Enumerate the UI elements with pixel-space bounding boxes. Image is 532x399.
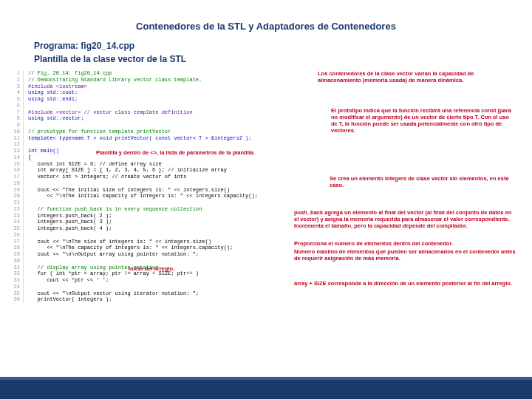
line-number: 18 bbox=[7, 180, 24, 187]
line-number: 17 bbox=[7, 174, 24, 180]
code-text: << "\nThe capacity of integers is: " << … bbox=[28, 245, 233, 251]
code-line: 36 printVector( integers ); bbox=[0, 296, 532, 303]
line-number: 7 bbox=[7, 109, 24, 116]
code-text: // prototype for function template print… bbox=[28, 129, 171, 135]
code-line: 11template< typename T > void printVecto… bbox=[0, 135, 532, 142]
line-number: 23 bbox=[7, 213, 24, 219]
code-text: cout << *ptr << ' '; bbox=[28, 277, 109, 284]
code-line: 3#include <iostream> bbox=[0, 83, 532, 90]
code-line: 16 int array[ SIZE ] = { 1, 2, 3, 4, 5, … bbox=[0, 167, 532, 174]
code-text: cout << "\nThe size of integers is: " <<… bbox=[28, 239, 211, 245]
code-text: using std::vector; bbox=[28, 115, 84, 122]
code-text: vector< int > integers; // create vector… bbox=[28, 174, 186, 180]
line-number: 21 bbox=[7, 200, 24, 206]
code-text: using std::cout; bbox=[28, 89, 78, 96]
code-text: #include <iostream> bbox=[28, 83, 87, 90]
line-number: 1 bbox=[7, 70, 24, 77]
line-number: 19 bbox=[7, 187, 24, 194]
code-line: 31 // display array using pointer notati… bbox=[0, 265, 532, 271]
code-text: // Demonstrating Standard Library vector… bbox=[28, 77, 202, 83]
annotation-array-start: Inicio del arreglo. bbox=[129, 265, 217, 272]
code-text: int array[ SIZE ] = { 1, 2, 3, 4, 5, 6 }… bbox=[28, 167, 227, 174]
code-line: 20 << "\nThe initial capacity of integer… bbox=[0, 193, 532, 200]
code-block: 1// Fig. 20.14: fig20_14.cpp2// Demonstr… bbox=[0, 66, 532, 303]
code-text: #include <vector> // vector class templa… bbox=[28, 109, 193, 116]
line-number: 25 bbox=[7, 225, 24, 232]
code-text: cout << "\nOutput vector using iterator … bbox=[28, 290, 199, 297]
line-number: 4 bbox=[7, 89, 24, 96]
line-number: 26 bbox=[7, 232, 24, 239]
line-number: 22 bbox=[7, 206, 24, 213]
page-title: Contenedores de la STL y Adaptadores de … bbox=[0, 0, 532, 39]
code-text: integers.push_back( 2 ); bbox=[28, 213, 112, 219]
code-line: 21 bbox=[0, 200, 532, 206]
code-line: 32 for ( int *ptr = array; ptr != array … bbox=[0, 270, 532, 277]
line-number: 32 bbox=[7, 270, 24, 277]
code-text: << "\nThe initial capacity of integers i… bbox=[28, 193, 258, 200]
footer-bar bbox=[0, 380, 532, 399]
code-line: 35 cout << "\nOutput vector using iterat… bbox=[0, 290, 532, 297]
line-number: 36 bbox=[7, 296, 24, 303]
code-text: cout << "\n\nOutput array using pointer … bbox=[28, 251, 199, 258]
code-text: const int SIZE = 6; // define array size bbox=[28, 161, 162, 168]
code-text: template< typename T > void printVector(… bbox=[28, 135, 251, 142]
code-text: int main() bbox=[28, 148, 59, 154]
line-number: 34 bbox=[7, 284, 24, 290]
annotation-capacity: Número máximo de elementos que pueden se… bbox=[294, 248, 516, 262]
line-number: 31 bbox=[7, 265, 24, 271]
line-number: 33 bbox=[7, 277, 24, 284]
line-number: 16 bbox=[7, 167, 24, 174]
line-number: 13 bbox=[7, 148, 24, 154]
annotation-array-end: array + SIZE corresponde a la dirección … bbox=[294, 280, 516, 287]
code-text: // function push_back is in every sequen… bbox=[28, 206, 202, 213]
line-number: 14 bbox=[7, 154, 24, 161]
line-number: 12 bbox=[7, 141, 24, 148]
code-line: 15 const int SIZE = 6; // define array s… bbox=[0, 161, 532, 168]
program-desc: Plantilla de la clase vector de la STL bbox=[0, 52, 532, 66]
line-number: 8 bbox=[7, 115, 24, 122]
code-text: { bbox=[28, 154, 31, 161]
code-text: cout << "The initial size of integers is… bbox=[28, 187, 230, 194]
line-number: 30 bbox=[7, 258, 24, 265]
annotation-integers-empty: Se crea un elemento integers de clase ve… bbox=[330, 175, 514, 188]
line-number: 2 bbox=[7, 77, 24, 83]
line-number: 6 bbox=[7, 103, 24, 109]
annotation-pushback: push_back agrega un elemento al final de… bbox=[294, 209, 516, 229]
code-text: integers.push_back( 3 ); bbox=[28, 219, 112, 225]
line-number: 35 bbox=[7, 290, 24, 297]
line-number: 29 bbox=[7, 251, 24, 258]
code-text: // Fig. 20.14: fig20_14.cpp bbox=[28, 70, 112, 77]
annotation-prototype: El prototipo indica que la función recib… bbox=[331, 107, 516, 134]
line-number: 11 bbox=[7, 135, 24, 142]
program-name: Programa: fig20_14.cpp bbox=[0, 39, 532, 52]
code-line: 5using std::endl; bbox=[0, 96, 532, 103]
code-line: 4using std::cout; bbox=[0, 89, 532, 96]
code-text: integers.push_back( 4 ); bbox=[28, 225, 112, 232]
line-number: 10 bbox=[7, 129, 24, 135]
line-number: 15 bbox=[7, 161, 24, 168]
code-text: using std::endl; bbox=[28, 96, 78, 103]
code-line: 12 bbox=[0, 141, 532, 148]
annotation-template-params: Plantilla y dentro de <>, la lista de pa… bbox=[96, 149, 318, 156]
line-number: 28 bbox=[7, 245, 24, 251]
line-number: 27 bbox=[7, 239, 24, 245]
line-number: 3 bbox=[7, 83, 24, 90]
line-number: 20 bbox=[7, 193, 24, 200]
code-text: printVector( integers ); bbox=[28, 296, 112, 303]
line-number: 5 bbox=[7, 96, 24, 103]
annotation-vector-capacity: Los contenedores de la clase vector varí… bbox=[318, 70, 510, 83]
line-number: 24 bbox=[7, 219, 24, 225]
annotation-size: Proporciona el número de elementos dentr… bbox=[294, 240, 516, 247]
line-number: 9 bbox=[7, 122, 24, 129]
code-line: 26 bbox=[0, 232, 532, 239]
